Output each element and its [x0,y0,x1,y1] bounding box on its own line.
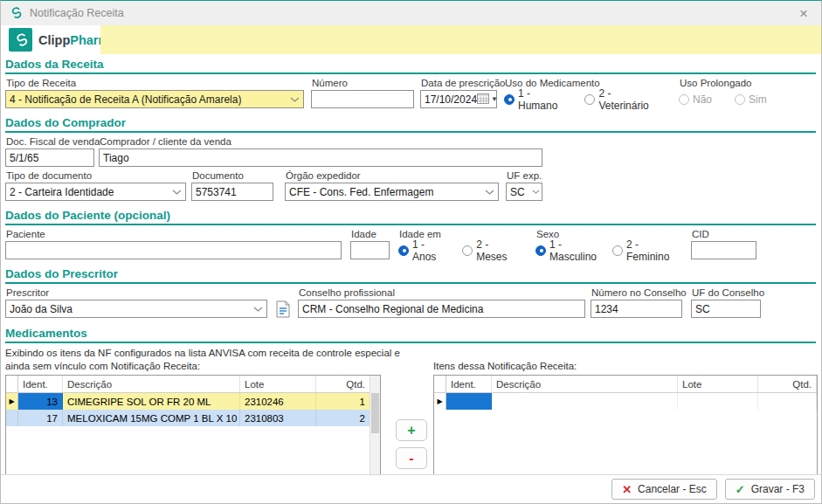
radio-anos[interactable] [398,245,409,256]
save-button[interactable]: ✓ Gravar - F3 [725,479,815,500]
cancel-x-icon: ✕ [622,483,632,496]
paciente-label: Paciente [6,229,342,239]
cell-ident[interactable] [446,393,492,410]
conselho-field: Conselho profissional [298,284,585,318]
uf-conselho-field: UF do Conselho [691,284,761,318]
radio-meses-label: 2 - Meses [476,238,517,263]
prescritor-label: Prescritor [6,287,267,298]
notificacao-receita-dialog: Notificação Receita × ClippPharma Dados … [0,0,822,504]
row-marker-icon: ▶ [434,393,446,410]
cid-label: CID [692,229,756,239]
cell-descricao[interactable]: CIMEGRIPE SOL OR FR 20 ML [63,393,240,410]
cell-descricao[interactable] [492,393,678,410]
scrollbar-thumb[interactable] [371,393,379,433]
radio-prolongado-sim [735,94,745,105]
numero-conselho-field: Número no Conselho [591,284,682,318]
row-marker-icon: ▶ [6,393,18,410]
numero-input[interactable] [311,90,414,108]
table-row[interactable]: ▶ [434,393,817,410]
cell-descricao[interactable]: MELOXICAM 15MG COMP 1 BL X 10 [63,410,240,426]
col-ident: Ident. [446,376,492,392]
section-title-receita: Dados da Receita [5,56,816,74]
date-dropdown-icon: ▼ [491,95,498,103]
col-ident: Ident. [18,376,63,392]
section-dados-comprador: Dados do Comprador Doc. Fiscal de venda … [5,114,816,201]
cell-lote[interactable]: 2310803 [240,410,316,426]
documento-field: Documento [191,167,273,201]
uf-exp-field: UF exp. SC [506,167,542,201]
comprador-field: Comprador / cliente da venda [99,133,542,167]
orgao-expedidor-value: CFE - Cons. Fed. Enfermagem [289,186,433,198]
paperclip-logo-icon [9,6,23,20]
save-check-icon: ✓ [736,483,745,496]
prescritor-field: Prescritor João da Silva [5,284,267,318]
clipppharma-logo-icon [9,28,32,52]
doc-fiscal-input[interactable] [5,148,94,167]
cell-lote[interactable] [678,393,758,410]
marker-column-header [434,376,446,392]
footer-bar: ✕ Cancelar - Esc ✓ Gravar - F3 [1,474,821,503]
tipo-documento-value: 2 - Carteira Identidade [10,186,114,198]
table-row[interactable]: ▶ 13 CIMEGRIPE SOL OR FR 20 ML 2310246 1 [6,393,370,410]
data-prescricao-field: Data de prescrição 17/10/2024 ▼ [420,74,497,108]
table-header: Ident. Descrição Lote Qtd. [434,376,817,393]
radio-humano-label: 1 - Humano [518,87,569,112]
table-row[interactable]: 17 MELOXICAM 15MG COMP 1 BL X 10 2310803… [6,410,370,426]
title-bar: Notificação Receita × [1,1,821,25]
col-lote: Lote [240,376,316,392]
cancel-button-label: Cancelar - Esc [638,483,707,495]
documento-input[interactable] [191,183,273,201]
brand-bar: ClippPharma [1,25,821,54]
tipo-receita-field: Tipo de Receita 4 - Notificação de Recei… [5,74,304,108]
tipo-documento-select[interactable]: 2 - Carteira Identidade [5,183,186,201]
numero-conselho-input[interactable] [591,300,682,318]
cid-field: CID [691,225,756,259]
cell-qtd[interactable]: 2 [316,410,370,426]
cell-qtd[interactable]: 1 [316,393,370,410]
uso-medicamento-group: Uso do Medicamento 1 - Humano 2 - Veteri… [504,74,672,108]
uf-conselho-input[interactable] [691,300,761,318]
brand-logo: ClippPharma [1,25,100,54]
radio-feminino[interactable] [612,245,623,256]
cell-ident[interactable]: 13 [18,393,63,410]
cell-lote[interactable]: 2310246 [240,393,316,410]
col-descricao: Descrição [63,376,240,392]
cancel-button[interactable]: ✕ Cancelar - Esc [611,479,717,500]
paciente-input[interactable] [5,241,342,259]
new-prescritor-document-icon[interactable] [273,300,293,319]
radio-masculino[interactable] [535,245,546,256]
uso-prolongado-group: Uso Prolongado Não Sim [679,74,779,108]
remove-item-button[interactable]: - [396,447,427,469]
radio-masculino-label: 1 - Masculino [549,238,597,263]
uf-exp-select[interactable]: SC [506,183,542,201]
uso-prolongado-label: Uso Prolongado [680,78,779,88]
row-marker [6,410,18,426]
tipo-receita-select[interactable]: 4 - Notificação de Receita A (Notificaçã… [5,90,304,108]
cell-ident[interactable]: 17 [18,410,63,426]
radio-anos-label: 1 - Anos [412,238,446,263]
data-prescricao-input[interactable]: 17/10/2024 ▼ [420,90,497,108]
section-dados-prescritor: Dados do Prescritor Prescritor João da S… [5,266,816,319]
section-title-prescritor: Dados do Prescritor [5,266,816,284]
data-prescricao-value: 17/10/2024 [425,93,477,106]
prescritor-select[interactable]: João da Silva [5,300,267,318]
chevron-down-icon [485,190,494,195]
cell-qtd[interactable] [758,393,817,410]
radio-humano[interactable] [504,94,515,105]
idade-input[interactable] [350,241,390,259]
window-title: Notificação Receita [30,7,124,19]
radio-veterinario[interactable] [584,94,595,105]
add-item-button[interactable]: + [396,419,427,441]
plus-icon: + [407,423,415,438]
radio-veterinario-label: 2 - Veterinário [598,87,660,112]
conselho-input[interactable] [298,300,585,318]
section-title-comprador: Dados do Comprador [5,114,816,133]
close-icon[interactable]: × [794,6,813,21]
orgao-expedidor-select[interactable]: CFE - Cons. Fed. Enfermagem [285,183,499,201]
radio-feminino-label: 2 - Feminino [626,238,669,263]
radio-meses[interactable] [462,245,473,256]
tipo-documento-label: Tipo de documento [6,170,186,181]
comprador-input[interactable] [99,148,542,167]
cid-input[interactable] [691,241,756,259]
numero-conselho-label: Número no Conselho [591,287,682,298]
